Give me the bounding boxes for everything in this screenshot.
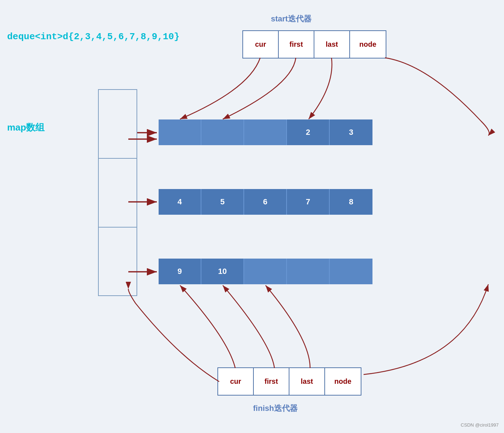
buf1-cell3 [244, 119, 287, 145]
map-cell-2 [99, 159, 137, 228]
start-iterator-label: start迭代器 [271, 14, 312, 24]
buf2-cell1: 4 [159, 189, 201, 215]
buf2-cell5: 8 [330, 189, 372, 215]
buffer-row-2: 4 5 6 7 8 [159, 189, 372, 215]
deque-declaration: deque<int>d{2,3,4,5,6,7,8,9,10} [7, 31, 180, 42]
finish-iterator-label: finish迭代器 [253, 403, 298, 414]
start-last: last [314, 31, 350, 58]
start-cur: cur [243, 31, 279, 58]
buf1-cell5: 3 [330, 119, 372, 145]
buf2-cell3: 6 [244, 189, 287, 215]
buf1-cell1 [159, 119, 201, 145]
start-node: node [350, 31, 386, 58]
buf3-cell2: 10 [201, 259, 244, 284]
map-cell-1 [99, 90, 137, 159]
main-diagram: { "title": { "deque_declaration": "deque… [0, 0, 504, 433]
buf2-cell2: 5 [201, 189, 244, 215]
finish-first: first [254, 368, 289, 395]
watermark: CSDN @cirol1997 [461, 422, 499, 428]
buf3-cell5 [330, 259, 372, 284]
buf3-cell3 [244, 259, 287, 284]
buffer-row-3: 9 10 [159, 259, 372, 284]
finish-last: last [289, 368, 325, 395]
finish-cur: cur [218, 368, 254, 395]
buf3-cell4 [287, 259, 330, 284]
start-iterator-box: cur first last node [242, 30, 386, 58]
buf3-cell1: 9 [159, 259, 201, 284]
map-cell-3 [99, 228, 137, 296]
buf2-cell4: 7 [287, 189, 330, 215]
buffer-row-1: 2 3 [159, 119, 372, 145]
buf1-cell2 [201, 119, 244, 145]
map-label: map数组 [7, 121, 45, 134]
finish-node: node [325, 368, 361, 395]
map-column [98, 89, 137, 296]
buf1-cell4: 2 [287, 119, 330, 145]
finish-iterator-box: cur first last node [217, 367, 361, 396]
start-first: first [279, 31, 314, 58]
